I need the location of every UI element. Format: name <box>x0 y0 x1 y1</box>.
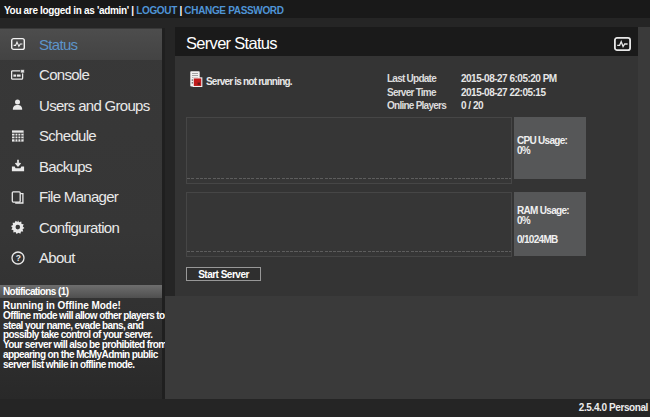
svg-text:?: ? <box>16 253 21 263</box>
